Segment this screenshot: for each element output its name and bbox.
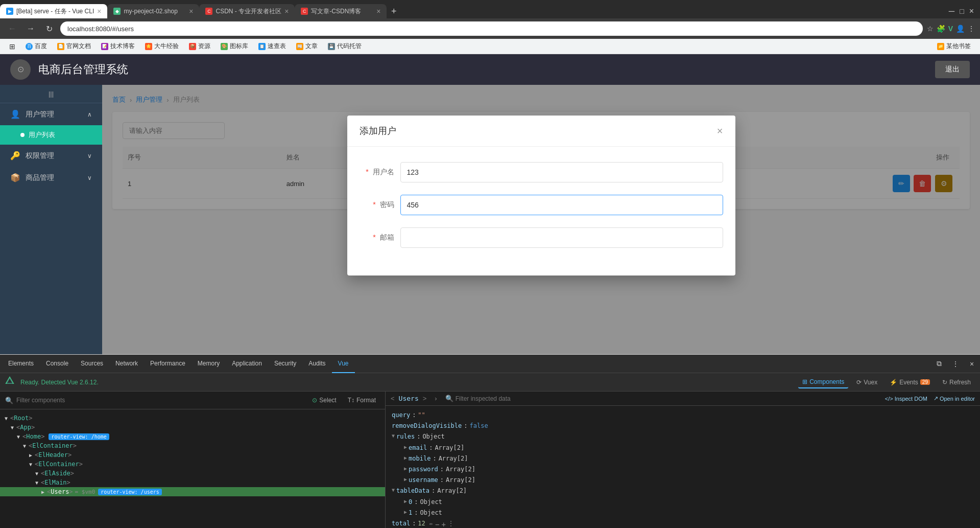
bookmark-other[interactable]: 📁 某他书签	[933, 41, 975, 52]
refresh-button[interactable]: ↻ Refresh	[938, 377, 975, 388]
devtools-status: Ready. Detected Vue 2.6.12.	[20, 379, 794, 386]
tree-toggle-elheader[interactable]: ▶	[27, 452, 35, 458]
devtools-dock-icon[interactable]: ⧉	[933, 358, 945, 370]
tab-close-2[interactable]: ×	[189, 7, 193, 15]
devtools-tab-performance[interactable]: Performance	[144, 355, 192, 373]
perm-icon: 🔑	[10, 151, 20, 160]
tab-close-3[interactable]: ×	[284, 7, 289, 15]
tree-toggle-elmain[interactable]: ▼	[33, 480, 41, 486]
inspector-filter-input[interactable]	[456, 395, 881, 402]
tree-node-elheader[interactable]: ▶ <ElHeader>	[0, 450, 385, 460]
tab-close-4[interactable]: ×	[376, 7, 380, 15]
devtools-tab-console[interactable]: Console	[40, 355, 75, 373]
sidebar-item-perm-mgmt-header[interactable]: 🔑 权限管理 ∨	[0, 145, 102, 167]
more-icon[interactable]: ⋮	[968, 25, 975, 33]
window-close[interactable]: ×	[969, 7, 974, 16]
sidebar-item-user-list[interactable]: 用户列表	[0, 125, 102, 145]
inspect-dom-button[interactable]: </> Inspect DOM	[885, 396, 927, 402]
tree-node-home[interactable]: ▼ <Home> router-view: /home	[0, 432, 385, 441]
tab-close-1[interactable]: ×	[97, 7, 101, 15]
tree-toggle-app[interactable]: ▼	[8, 425, 16, 430]
tab-3[interactable]: C CSDN - 专业开发者社区 ×	[199, 4, 295, 18]
filter-components-input[interactable]	[16, 397, 305, 404]
profile-icon[interactable]: 👤	[956, 25, 965, 33]
data-row-rules-username[interactable]: ▶ username : Array[2]	[392, 475, 974, 486]
bookmark-blog[interactable]: 📝 技术博客	[97, 41, 139, 52]
devtools-tab-memory[interactable]: Memory	[192, 355, 226, 373]
bookmark-docs[interactable]: 📄 官网文档	[53, 41, 95, 52]
data-row-tabledata-1[interactable]: ▶ 1 : Object	[392, 508, 974, 518]
username-input[interactable]	[400, 162, 723, 182]
tree-toggle-root[interactable]: ▼	[2, 416, 10, 421]
devtools-tab-audits[interactable]: Audits	[302, 355, 331, 373]
bookmark-code[interactable]: 💾 代码托管	[324, 41, 366, 52]
select-button[interactable]: ⊙ Select	[308, 395, 340, 406]
puzzle-icon[interactable]: 🧩	[937, 25, 945, 33]
tab-1[interactable]: ▶ [Beta] serve - 任务 - Vue CLI ×	[0, 4, 107, 18]
edit-total-pencil-icon[interactable]: ✏	[429, 519, 433, 528]
password-input[interactable]	[400, 195, 723, 215]
tree-node-elcontainer1[interactable]: ▼ <ElContainer>	[0, 441, 385, 450]
data-row-rules-password[interactable]: ▶ password : Array[2]	[392, 464, 974, 475]
devtools-tab-security[interactable]: Security	[268, 355, 302, 373]
sidebar-collapse-button[interactable]: |||	[0, 85, 102, 103]
events-tab-button[interactable]: ⚡ Events 29	[886, 377, 934, 388]
window-minimize[interactable]: ─	[949, 7, 954, 16]
format-button[interactable]: T↕ Format	[344, 395, 380, 406]
star-icon[interactable]: ☆	[927, 25, 934, 33]
sidebar-item-user-mgmt-header[interactable]: 👤 用户管理 ∧	[0, 103, 102, 125]
edit-total-minus-icon[interactable]: −	[435, 519, 439, 528]
tree-toggle-elcontainer1[interactable]: ▼	[20, 443, 29, 449]
devtools-tab-vue[interactable]: Vue	[332, 355, 355, 373]
address-input[interactable]	[60, 21, 923, 36]
tree-node-elcontainer2[interactable]: ▼ <ElContainer>	[0, 460, 385, 469]
tree-toggle-home[interactable]: ▼	[14, 434, 22, 440]
open-in-editor-button[interactable]: ↗ Open in editor	[934, 395, 975, 402]
dialog-close-button[interactable]: ×	[717, 125, 723, 137]
bookmark-baidu[interactable]: 百 百度	[21, 41, 51, 52]
back-button[interactable]: ←	[5, 24, 19, 33]
reload-button[interactable]: ↻	[42, 24, 56, 34]
tree-node-app[interactable]: ▼ <App>	[0, 423, 385, 432]
bookmark-cheatsheet[interactable]: 📋 速查表	[254, 41, 290, 52]
devtools-tab-network[interactable]: Network	[109, 355, 144, 373]
logout-button[interactable]: 退出	[935, 61, 970, 78]
tree-toggle-users[interactable]: ▶	[39, 489, 47, 495]
tree-toggle-elcontainer2[interactable]: ▼	[27, 462, 35, 467]
app-title: 电商后台管理系统	[38, 62, 935, 77]
bookmark-icons[interactable]: 🎨 图标库	[217, 41, 252, 52]
tree-node-elmain[interactable]: ▼ <ElMain>	[0, 478, 385, 487]
sidebar-item-goods-mgmt-header[interactable]: 📦 商品管理 ∨	[0, 167, 102, 189]
bookmark-expert[interactable]: 🌟 大牛经验	[141, 41, 183, 52]
edit-total-plus-icon[interactable]: +	[441, 519, 445, 528]
window-maximize[interactable]: □	[960, 7, 964, 15]
data-row-tabledata-0[interactable]: ▶ 0 : Object	[392, 497, 974, 508]
tab-2[interactable]: ◆ my-peoject-02.shop ×	[107, 4, 199, 18]
vue-ext-icon[interactable]: V	[948, 25, 953, 33]
devtools-tab-application[interactable]: Application	[226, 355, 268, 373]
bookmark-apps[interactable]: ⊞	[5, 41, 19, 52]
data-row-rules-mobile[interactable]: ▶ mobile : Array[2]	[392, 453, 974, 464]
email-input[interactable]	[400, 227, 723, 248]
vuex-tab-button[interactable]: ⟳ Vuex	[852, 377, 881, 388]
data-row-tabledata[interactable]: ▼ tableData : Array[2]	[392, 486, 974, 496]
tree-node-users[interactable]: ▶ <Users> = $vm0 router-view: /users	[0, 487, 385, 496]
forward-button[interactable]: →	[23, 24, 38, 33]
data-row-rules[interactable]: ▼ rules : Object	[392, 431, 974, 442]
tab-4[interactable]: C 写文章-CSDN博客 ×	[295, 4, 387, 18]
devtools-tab-sources[interactable]: Sources	[75, 355, 109, 373]
devtools-close-icon[interactable]: ×	[966, 358, 978, 370]
edit-total-more-icon[interactable]: ⋮	[448, 519, 454, 528]
new-tab-button[interactable]: +	[387, 4, 401, 18]
devtools-more-icon[interactable]: ⋮	[949, 358, 962, 370]
components-tab-button[interactable]: ⊞ Components	[798, 376, 848, 388]
tree-node-elaside[interactable]: ▼ <ElAside>	[0, 469, 385, 478]
tree-node-root[interactable]: ▼ <Root>	[0, 414, 385, 423]
bookmark-resources[interactable]: 📦 资源	[185, 41, 214, 52]
bookmark-articles[interactable]: 📰 文章	[292, 41, 322, 52]
devtools-tab-elements[interactable]: Elements	[2, 355, 40, 373]
data-row-rules-email[interactable]: ▶ email : Array[2]	[392, 443, 974, 453]
tree-toggle-elaside[interactable]: ▼	[33, 471, 41, 476]
form-item-username: * 用户名	[360, 162, 723, 182]
inspector-filter: 🔍	[445, 395, 881, 402]
